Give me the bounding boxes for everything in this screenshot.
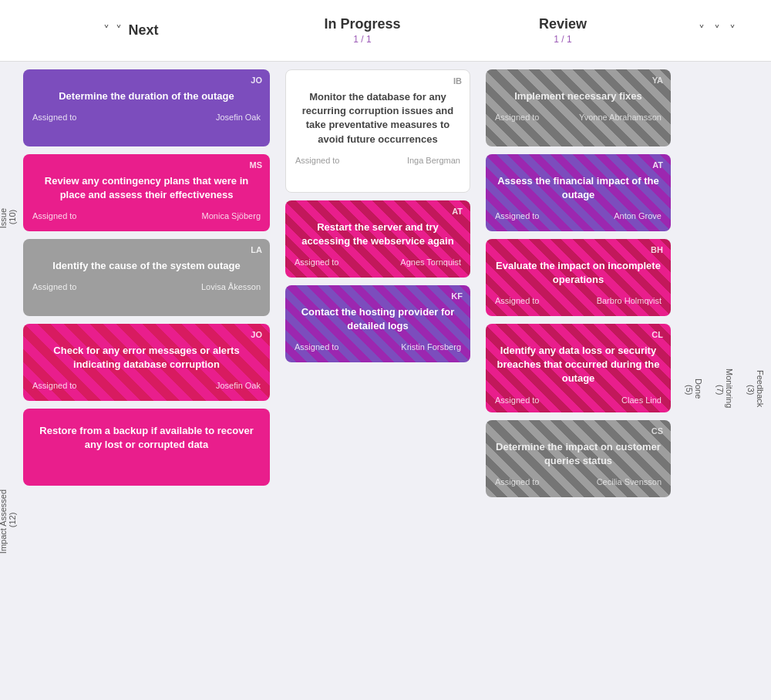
next-column-title: Next: [128, 22, 158, 39]
card-review-2[interactable]: AT Assess the financial impact of the ou…: [486, 154, 671, 231]
review-column-title: Review: [539, 16, 587, 32]
card-next-4[interactable]: JO Check for any error messages or alert…: [23, 324, 270, 401]
card-initials: BH: [651, 245, 663, 254]
chevron-done[interactable]: ˅: [699, 23, 705, 38]
card-initials: AT: [652, 160, 663, 170]
card-footer: Assigned to Kristin Forsberg: [295, 342, 461, 352]
card-footer: Assigned to Josefin Oak: [32, 113, 261, 122]
card-title: Evaluate the impact on incomplete operat…: [495, 259, 662, 287]
card-initials: MS: [250, 160, 263, 170]
chevron-feedback[interactable]: ˅: [729, 23, 736, 38]
card-next-3[interactable]: LA Identify the cause of the system outa…: [23, 239, 270, 316]
card-next-5[interactable]: Restore from a backup if available to re…: [23, 409, 270, 486]
card-initials: JO: [251, 330, 262, 339]
chevron-down-next[interactable]: ˅: [116, 23, 122, 38]
card-inprogress-1[interactable]: IB Monitor the database for any recurrin…: [285, 69, 470, 193]
card-initials: IB: [453, 76, 462, 86]
sidebar-issue-label[interactable]: Issue (10): [0, 208, 17, 228]
card-title: Determine the duration of the outage: [32, 89, 261, 103]
right-sidebars: Done (5) Monitoring (7) Feedback (3): [678, 62, 771, 700]
review-column: YA Implement necessary fixes Assigned to…: [478, 69, 678, 692]
card-title: Restore from a backup if available to re…: [32, 424, 261, 452]
sidebar-monitoring-label[interactable]: Monitoring (7): [715, 369, 734, 408]
card-review-4[interactable]: CL Identify any data loss or security br…: [486, 324, 671, 412]
card-initials: CS: [651, 426, 663, 436]
card-next-2[interactable]: MS Review any contingency plans that wer…: [23, 154, 270, 231]
review-count: 1 / 1: [554, 34, 571, 45]
card-footer: Assigned to Cecilia Svensson: [495, 477, 662, 486]
card-footer: Assigned to Lovisa Åkesson: [32, 282, 261, 291]
card-footer: Assigned to Barbro Holmqvist: [495, 296, 662, 305]
card-title: Identify the cause of the system outage: [32, 259, 261, 273]
card-footer: Assigned to Monica Sjöberg: [32, 211, 261, 220]
card-footer: Assigned to Josefin Oak: [32, 381, 261, 390]
inprogress-column: IB Monitor the database for any recurrin…: [278, 69, 478, 692]
sidebar-impact-label[interactable]: Impact Assessed (12): [0, 490, 17, 554]
card-review-5[interactable]: CS Determine the impact on customer quer…: [486, 420, 671, 497]
chevron-left-next[interactable]: ˅: [103, 23, 109, 38]
header: ˅ ˅ Next In Progress 1 / 1 Review 1 / 1 …: [0, 0, 771, 62]
card-footer: Assigned to Agnes Tornquist: [295, 257, 461, 267]
inprogress-count: 1 / 1: [353, 34, 371, 45]
card-review-1[interactable]: YA Implement necessary fixes Assigned to…: [486, 69, 671, 146]
card-footer: Assigned to Claes Lind: [495, 395, 662, 405]
card-inprogress-3[interactable]: KF Contact the hosting provider for deta…: [285, 285, 470, 362]
card-title: Review any contingency plans that were i…: [32, 174, 261, 202]
main-area: Issue (10) Impact Assessed (12) JO Deter…: [0, 62, 771, 700]
card-footer: Assigned to Anton Grove: [495, 211, 662, 220]
card-title: Assess the financial impact of the outag…: [495, 174, 662, 202]
card-title: Determine the impact on customer queries…: [495, 440, 662, 468]
sidebar-done-label[interactable]: Done (5): [685, 379, 703, 399]
card-title: Monitor the database for any recurring c…: [295, 90, 460, 146]
card-title: Contact the hosting provider for detaile…: [295, 305, 461, 333]
card-initials: YA: [652, 76, 663, 85]
card-initials: JO: [251, 76, 262, 85]
card-footer: Assigned to Inga Bergman: [295, 156, 460, 165]
next-column: JO Determine the duration of the outage …: [15, 69, 278, 692]
card-initials: LA: [251, 245, 262, 254]
card-initials: CL: [651, 330, 663, 339]
card-initials: KF: [451, 291, 463, 301]
card-inprogress-2[interactable]: AT Restart the server and try accessing …: [285, 200, 470, 278]
card-title: Restart the server and try accessing the…: [295, 220, 461, 248]
card-initials: AT: [452, 207, 463, 216]
card-next-1[interactable]: JO Determine the duration of the outage …: [23, 69, 270, 146]
sidebar-feedback-label[interactable]: Feedback (3): [746, 370, 765, 407]
inprogress-column-title: In Progress: [324, 16, 400, 32]
card-title: Implement necessary fixes: [495, 89, 662, 103]
card-footer: Assigned to Yvonne Abrahamsson: [495, 113, 662, 122]
card-review-3[interactable]: BH Evaluate the impact on incomplete ope…: [486, 239, 671, 316]
card-title: Identify any data loss or security breac…: [495, 344, 662, 386]
kanban-board: JO Determine the duration of the outage …: [15, 62, 678, 700]
chevron-monitoring[interactable]: ˅: [714, 23, 720, 38]
card-title: Check for any error messages or alerts i…: [32, 344, 261, 372]
